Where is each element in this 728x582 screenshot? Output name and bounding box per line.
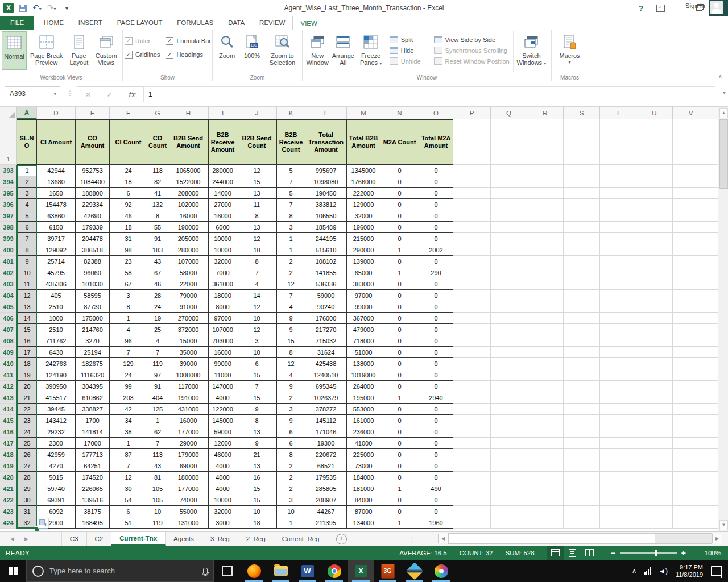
cell-E419[interactable]: 64251 [76, 460, 110, 472]
cell-P397[interactable] [453, 210, 491, 222]
cell-F422[interactable]: 54 [110, 494, 147, 506]
cell-F412[interactable]: 99 [110, 381, 147, 392]
cell-F403[interactable]: 67 [110, 278, 147, 290]
cell-T409[interactable] [600, 347, 636, 358]
column-header-P[interactable]: P [453, 107, 491, 119]
column-header-V[interactable]: V [673, 107, 709, 119]
cell-N409[interactable]: 0 [380, 347, 419, 358]
cell-P396[interactable] [453, 199, 491, 210]
cell-O421[interactable]: 490 [419, 483, 453, 494]
ruler-checkbox[interactable]: ✓Ruler [125, 37, 160, 45]
cell-Q415[interactable] [491, 415, 527, 426]
cell-K422[interactable]: 3 [277, 494, 305, 506]
cell-M399[interactable]: 215000 [347, 233, 380, 244]
cell-I402[interactable]: 7000 [209, 267, 237, 278]
cell-I397[interactable]: 16000 [209, 210, 237, 222]
cell-G424[interactable]: 119 [147, 517, 168, 529]
cell-D417[interactable]: 2300 [37, 438, 76, 449]
cell-T410[interactable] [600, 358, 636, 369]
cell-D411[interactable]: 124190 [37, 369, 76, 381]
cell-E417[interactable]: 17000 [76, 438, 110, 449]
cell-L415[interactable]: 145112 [305, 415, 347, 426]
cell-L397[interactable]: 106550 [305, 210, 347, 222]
cell-A397[interactable]: 5 [17, 210, 37, 222]
cell-T406[interactable] [600, 313, 636, 324]
cell-S400[interactable] [564, 244, 600, 256]
cell-U395[interactable] [636, 188, 673, 199]
cell-V413[interactable] [673, 392, 709, 404]
cell-V422[interactable] [673, 494, 709, 506]
cell-M418[interactable]: 225000 [347, 449, 380, 460]
ribbon-tab-review[interactable]: REVIEW [252, 16, 292, 30]
cell-G401[interactable]: 43 [147, 256, 168, 267]
cell-I421[interactable]: 4000 [209, 483, 237, 494]
cell-P409[interactable] [453, 347, 491, 358]
cell-F393[interactable]: 24 [110, 165, 147, 176]
synchronous-scrolling-button[interactable]: Synchronous Scrolling [434, 47, 510, 54]
cell-S413[interactable] [564, 392, 600, 404]
cell-K419[interactable]: 2 [277, 460, 305, 472]
cell-H413[interactable]: 191000 [168, 392, 209, 404]
cell-A393[interactable]: 1 [17, 165, 37, 176]
cell-A402[interactable]: 10 [17, 267, 37, 278]
column-header-N[interactable]: N [380, 107, 419, 119]
ribbon-tab-insert[interactable]: INSERT [71, 16, 110, 30]
cell-T393[interactable] [600, 165, 636, 176]
cell-J414[interactable]: 9 [237, 404, 277, 415]
cell-H405[interactable]: 91000 [168, 301, 209, 313]
header-cell-O[interactable]: Total M2A Amount [419, 119, 453, 165]
cell-J413[interactable]: 15 [237, 392, 277, 404]
cell-N395[interactable]: 0 [380, 188, 419, 199]
cell-A416[interactable]: 24 [17, 426, 37, 438]
cell-U424[interactable] [636, 517, 673, 529]
cell-G407[interactable]: 25 [147, 324, 168, 335]
cell-O398[interactable]: 0 [419, 222, 453, 233]
cell-I400[interactable]: 10000 [209, 244, 237, 256]
cell-D395[interactable]: 1650 [37, 188, 76, 199]
cell-S407[interactable] [564, 324, 600, 335]
cell-S399[interactable] [564, 233, 600, 244]
cell-L408[interactable]: 715032 [305, 335, 347, 347]
header-cell-G[interactable]: CO Count [147, 119, 168, 165]
cell-L402[interactable]: 141855 [305, 267, 347, 278]
cell-T402[interactable] [600, 267, 636, 278]
cell-K410[interactable]: 12 [277, 358, 305, 369]
cell-U396[interactable] [636, 199, 673, 210]
cell-M395[interactable]: 222000 [347, 188, 380, 199]
new-sheet-button[interactable]: + [336, 534, 347, 544]
cell-H415[interactable]: 16000 [168, 415, 209, 426]
ribbon-tab-formulas[interactable]: FORMULAS [169, 16, 221, 30]
cell-H420[interactable]: 180000 [168, 472, 209, 483]
cell-G403[interactable]: 46 [147, 278, 168, 290]
cell-G421[interactable]: 105 [147, 483, 168, 494]
cell-U419[interactable] [636, 460, 673, 472]
cell-N410[interactable]: 0 [380, 358, 419, 369]
cell-A421[interactable]: 29 [17, 483, 37, 494]
cell-D406[interactable]: 1000 [37, 313, 76, 324]
cell-V397[interactable] [673, 210, 709, 222]
formula-bar-checkbox[interactable]: ✓Formula Bar [166, 37, 211, 45]
cell-I403[interactable]: 361000 [209, 278, 237, 290]
scroll-left-icon[interactable]: ◀ [438, 534, 448, 543]
cell-L406[interactable]: 176000 [305, 313, 347, 324]
cell-L407[interactable]: 217270 [305, 324, 347, 335]
cell-P415[interactable] [453, 415, 491, 426]
cell-L416[interactable]: 171046 [305, 426, 347, 438]
column-header-O[interactable]: O [419, 107, 453, 119]
header-cell-N[interactable]: M2A Count [380, 119, 419, 165]
cell-A408[interactable]: 16 [17, 335, 37, 347]
3g-app-icon[interactable]: 3G [374, 560, 401, 582]
cell-F401[interactable]: 23 [110, 256, 147, 267]
cell-J399[interactable]: 12 [237, 233, 277, 244]
cell-F394[interactable]: 18 [110, 176, 147, 188]
cell-D397[interactable]: 63860 [37, 210, 76, 222]
cell-I398[interactable]: 6000 [209, 222, 237, 233]
cell-R410[interactable] [527, 358, 564, 369]
cell-F415[interactable]: 34 [110, 415, 147, 426]
cell-H406[interactable]: 270000 [168, 313, 209, 324]
name-box[interactable]: A393▾ [5, 86, 60, 101]
cell-P394[interactable] [453, 176, 491, 188]
cell-L421[interactable]: 285805 [305, 483, 347, 494]
tab-scrollbar-splitter[interactable]: ⋮ [410, 536, 416, 542]
cell-L396[interactable]: 383812 [305, 199, 347, 210]
